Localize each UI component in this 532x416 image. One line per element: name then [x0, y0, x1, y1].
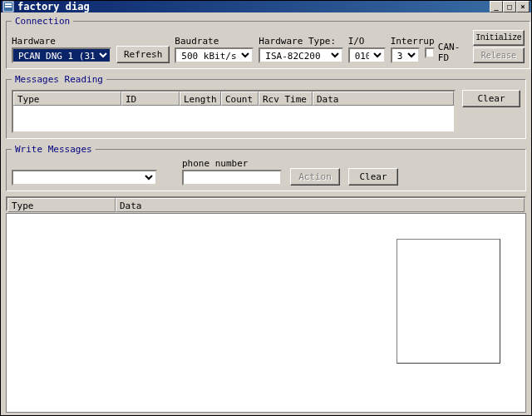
- col-count[interactable]: Count: [221, 92, 259, 106]
- interrupt-select[interactable]: 3: [391, 47, 420, 63]
- write-messages-group: Write Messages phone number Action Clear: [6, 144, 526, 191]
- phone-input[interactable]: [182, 170, 282, 186]
- col-length[interactable]: Length: [180, 92, 221, 106]
- svg-rect-2: [5, 6, 12, 7]
- minimize-button[interactable]: _: [490, 1, 503, 12]
- hwtype-select[interactable]: ISA-82C200: [259, 47, 342, 63]
- clear-reading-button[interactable]: Clear: [462, 90, 520, 107]
- lower-col-data[interactable]: Data: [116, 198, 525, 212]
- col-data[interactable]: Data: [313, 92, 454, 106]
- action-button[interactable]: Action: [290, 168, 340, 186]
- lower-table-header: Type Data: [6, 196, 526, 211]
- lower-col-type[interactable]: Type: [7, 198, 116, 212]
- canfd-checkbox[interactable]: [425, 47, 435, 58]
- col-rcv[interactable]: Rcv Time: [259, 92, 313, 106]
- messages-list[interactable]: Type ID Length Count Rcv Time Data: [12, 90, 456, 133]
- maximize-button[interactable]: □: [503, 1, 516, 12]
- phone-label: phone number: [182, 158, 282, 169]
- titlebar: factory diag _ □ ×: [1, 1, 531, 12]
- baudrate-select[interactable]: 500 kBit/sec: [175, 47, 254, 63]
- baudrate-label: Baudrate: [175, 36, 254, 47]
- photo-placeholder: [397, 239, 500, 364]
- io-select[interactable]: 0100: [348, 47, 386, 63]
- initialize-button[interactable]: Initialize: [473, 30, 525, 46]
- clear-write-button[interactable]: Clear: [348, 168, 398, 186]
- write-select[interactable]: [12, 170, 157, 186]
- app-icon: [2, 1, 14, 12]
- connection-group: Connection Hardware PCAN_DNG 1 (31h) Ref…: [6, 16, 530, 69]
- hardware-label: Hardware: [12, 36, 111, 47]
- hwtype-label: Hardware Type:: [259, 36, 342, 47]
- canfd-label: CAN-FD: [438, 42, 468, 63]
- connection-legend: Connection: [12, 16, 73, 27]
- io-label: I/O: [348, 36, 386, 47]
- messages-reading-group: Messages Reading Type ID Length Count Rc…: [6, 74, 526, 139]
- hardware-select[interactable]: PCAN_DNG 1 (31h): [12, 47, 111, 63]
- write-messages-legend: Write Messages: [12, 144, 96, 155]
- release-button[interactable]: Release: [473, 47, 525, 63]
- messages-reading-legend: Messages Reading: [12, 74, 106, 85]
- col-id[interactable]: ID: [121, 92, 180, 106]
- window-title: factory diag: [17, 1, 490, 12]
- close-button[interactable]: ×: [516, 1, 530, 12]
- content-area: [6, 213, 526, 413]
- svg-rect-1: [5, 3, 12, 5]
- interrupt-label: Interrup: [391, 36, 420, 47]
- col-type[interactable]: Type: [13, 92, 121, 106]
- refresh-button[interactable]: Refresh: [116, 46, 170, 63]
